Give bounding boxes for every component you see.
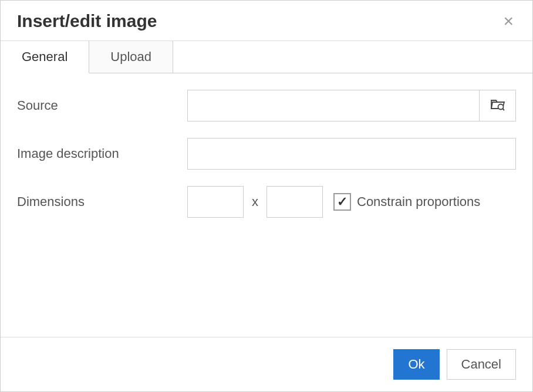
cancel-button[interactable]: Cancel	[447, 349, 516, 380]
constrain-checkbox[interactable]	[333, 193, 351, 211]
source-input[interactable]	[187, 90, 480, 121]
source-field	[187, 90, 516, 121]
constrain-wrap: Constrain proportions	[333, 193, 480, 211]
constrain-label: Constrain proportions	[357, 194, 480, 209]
description-row: Image description	[17, 138, 516, 170]
svg-line-1	[502, 109, 504, 110]
tab-general[interactable]: General	[1, 41, 89, 73]
browse-folder-icon	[490, 98, 505, 113]
dimensions-field: x Constrain proportions	[187, 186, 516, 218]
dimensions-label: Dimensions	[17, 194, 187, 209]
width-input[interactable]	[187, 186, 244, 218]
tab-label: General	[22, 49, 68, 64]
height-input[interactable]	[266, 186, 323, 218]
ok-button-label: Ok	[408, 357, 424, 372]
source-row: Source	[17, 90, 516, 121]
cancel-button-label: Cancel	[461, 357, 501, 372]
dimensions-separator: x	[252, 194, 258, 209]
browse-button[interactable]	[480, 90, 516, 121]
ok-button[interactable]: Ok	[393, 349, 439, 380]
tab-label: Upload	[110, 49, 151, 64]
source-label: Source	[17, 98, 187, 113]
description-input[interactable]	[187, 138, 516, 170]
dialog-header: Insert/edit image ×	[1, 1, 532, 41]
description-field	[187, 138, 516, 170]
tab-bar: General Upload	[1, 41, 532, 73]
dialog-footer: Ok Cancel	[1, 337, 532, 391]
dialog-title: Insert/edit image	[17, 11, 157, 31]
insert-edit-image-dialog: Insert/edit image × General Upload Sourc…	[0, 0, 533, 392]
close-icon: ×	[503, 11, 514, 31]
close-button[interactable]: ×	[501, 12, 516, 30]
dialog-body: Source Image description	[1, 73, 532, 337]
description-label: Image description	[17, 146, 187, 161]
tab-upload[interactable]: Upload	[89, 41, 173, 73]
dimensions-row: Dimensions x Constrain proportions	[17, 186, 516, 218]
